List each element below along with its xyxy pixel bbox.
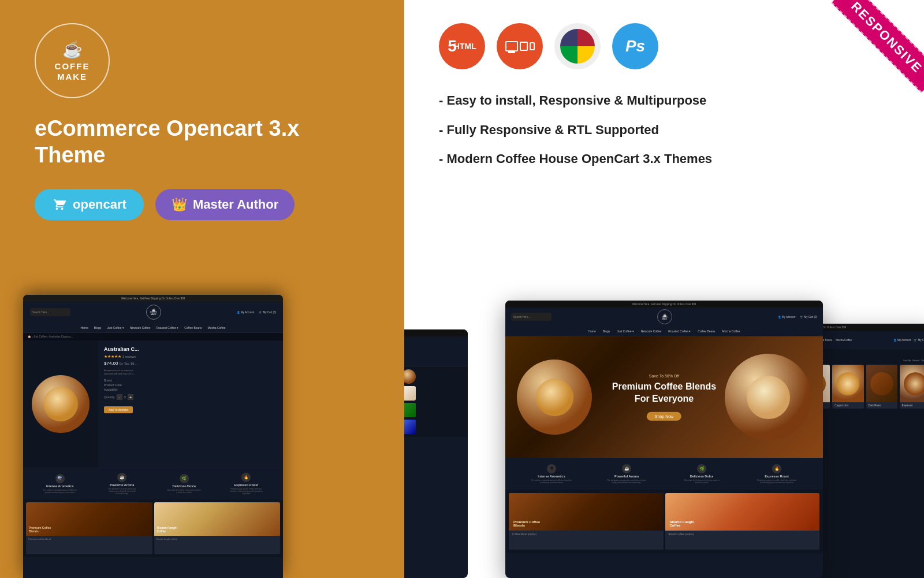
logo-text-line1: COFFE [55, 61, 90, 72]
monitor-icon [505, 41, 518, 51]
theme-title: eCommerce Opencart 3.x Theme [35, 116, 370, 168]
lp-header-bar [404, 336, 468, 355]
right-screenshots-area: Welcome Here, Get Free Shipping On Order… [404, 249, 924, 578]
cart-icon [52, 198, 67, 211]
product-image-area [23, 340, 98, 468]
aroma-icon: ☕ [117, 473, 126, 482]
product-card-2: Risotto Funghi Coffee Risotto funghi cof… [154, 502, 281, 554]
opencart-badge[interactable]: opencart [35, 189, 144, 220]
opencart-label: opencart [73, 197, 126, 212]
feature-intense: ⚗️ Intense Arometics For solvent manufac… [43, 474, 77, 494]
hero-save-label: Save To 50% Off [612, 374, 716, 378]
cf3: 🌿 Delizioso Dolce Decorate the living ro… [681, 464, 722, 484]
quantity-row: Quantity - 1 + [104, 394, 277, 400]
product-card-1-image: Premium Coffee Blends [26, 502, 152, 536]
card2-meta: Risotto funghi coffee [157, 538, 278, 540]
add-to-cart-button[interactable]: Add To Wishlist [104, 406, 133, 413]
center-features-bar: ⚗ Intense Arometics For solvent manufact… [505, 458, 823, 490]
tablet-icon [520, 42, 528, 51]
bottom-products-row: Premium Coffee Blends Premium coffee ble… [23, 499, 283, 557]
cf2-label: Powerful Aroma [614, 475, 639, 478]
hero-text: Save To 50% Off Premium Coffee BlendsFor… [612, 374, 716, 421]
hero-shop-btn[interactable]: Shop Now [647, 412, 681, 420]
center-bottom-cards: Premium Coffee Blends Coffee blend produ… [505, 490, 823, 553]
product-mockup-browser: Welcome Here, Get Free Shipping On Order… [23, 295, 283, 578]
product-price: $74.00 Ex Tax: $6... [104, 361, 277, 366]
responsive-ribbon: RESPONSIVE [808, 0, 924, 116]
cat-prod-3: Dark Roast [866, 365, 897, 409]
product-detail-area: Australian C... ★★★★★ 1 reviews $74.00 E… [23, 340, 283, 468]
aroma-desc: The pleasant aroma calms and relaxes you… [105, 488, 139, 495]
cf4: 🔥 Espresso Roast Roasting any green coff… [757, 464, 797, 484]
center-nav-icons: 👤 My Account🛒 My Cart (0) [778, 316, 817, 318]
feature-aroma: ☕ Powerful Aroma The pleasant aroma calm… [105, 473, 139, 495]
master-author-badge[interactable]: 👑 Master Author [155, 189, 295, 220]
center-card1-desc: Coffee blend product [512, 533, 660, 536]
product-rating: ★★★★★ 1 reviews [104, 354, 277, 359]
cat-prod-4-name: Espresso [902, 404, 924, 407]
badges-row: opencart 👑 Master Author [35, 189, 295, 220]
product-description: A cappuccino is an espressosteamed milk … [104, 369, 277, 375]
center-card2-desc: Risotto coffee product [669, 533, 817, 536]
left-screenshots-area: Welcome Here, Get Free Shipping On Order… [0, 243, 404, 578]
cf1-label: Intense Arometics [538, 475, 565, 478]
dolce-icon: 🌿 [180, 474, 189, 483]
cf4-desc: Roasting any green coffee with the inten… [757, 479, 797, 484]
center-search: Search Here... [511, 313, 552, 321]
espresso-label: Espresso Roast [234, 483, 258, 487]
left-partial-mockup [404, 329, 468, 578]
center-card2-sub: Coffee [670, 524, 694, 527]
crown-icon: 👑 [172, 197, 187, 212]
ps-label: Ps [625, 37, 645, 55]
flag-spain [578, 29, 595, 46]
center-hero-area: Save To 50% Off Premium Coffee BlendsFor… [505, 336, 823, 458]
flag-usa [560, 29, 578, 46]
cf3-icon: 🌿 [697, 464, 706, 473]
product-code-field: Product Code: [104, 383, 277, 387]
hero-main-title: Premium Coffee BlendsFor Everyone [612, 381, 716, 405]
center-card1-sub: Blends [513, 524, 540, 527]
dolce-label: Delizioso Dolce [172, 484, 196, 488]
cat-prod-2-img [832, 365, 863, 402]
lp-item-3 [404, 403, 416, 417]
qty-plus-btn[interactable]: + [128, 394, 133, 400]
intense-label: Intense Arometics [46, 484, 73, 488]
product-info-section: Australian C... ★★★★★ 1 reviews $74.00 E… [98, 340, 283, 468]
lp-item-4 [404, 420, 416, 434]
card1-meta: Premium coffee blend [28, 538, 150, 540]
mockup-topbar: Welcome Here, Get Free Shipping On Order… [23, 295, 283, 302]
cf1-desc: For solvent manufacturing of different g… [531, 479, 572, 484]
qty-value: 1 [124, 395, 126, 399]
feature-espresso: 🔥 Espresso Roast Roasting any green coff… [229, 473, 263, 495]
logo-mockup-small: ☕ COFFE MAKE [146, 305, 161, 320]
master-author-label: Master Author [193, 197, 278, 212]
card1-subtitle: Blends [29, 529, 51, 533]
availability-field: Availability: [104, 388, 277, 391]
card1-text-overlay: Premium Coffee Blends [29, 526, 51, 533]
mockup-breadcrumb: 🏠 › Just Coffee › Australian Cappucc... [23, 333, 283, 340]
responsive-tech-icon [497, 23, 543, 69]
center-logo: ☕ COFFE MAKE [657, 309, 672, 324]
center-card-2-img: Risotto Funghi Coffee [665, 493, 820, 531]
intense-desc: For solvent manufacturing of different g… [43, 489, 77, 494]
cat-actions: 👤 My Account🛒 My Cart (0) [893, 339, 924, 342]
qty-minus-btn[interactable]: - [117, 394, 122, 400]
feature-item-2: Fully Responsive & RTL Supported [439, 122, 889, 139]
lp-item-1 [404, 369, 416, 384]
center-card-2: Risotto Funghi Coffee Risotto coffee pro… [665, 493, 820, 550]
center-card-1-img: Premium Coffee Blends [509, 493, 664, 531]
cf2-desc: The pleasant aroma calms and relaxes you… [606, 479, 647, 484]
cat-prod-4-img [900, 365, 924, 402]
product-name: Australian C... [104, 346, 277, 352]
photoshop-tech-icon: Ps [612, 23, 658, 69]
flags-grid [560, 29, 595, 64]
card1-body: Premium coffee blend [26, 536, 152, 542]
right-panel: RESPONSIVE 5 HTML Ps Easy to install, Re… [404, 0, 924, 578]
product-card-2-image: Risotto Funghi Coffee [154, 502, 281, 536]
cf1: ⚗ Intense Arometics For solvent manufact… [531, 464, 572, 484]
card2-body: Risotto funghi coffee [154, 536, 281, 542]
sort-controls: Sort By: Default Show: 16 [903, 359, 924, 362]
left-panel: ☕ COFFE MAKE eCommerce Opencart 3.x Them… [0, 0, 404, 578]
hero-left-cup [517, 360, 592, 435]
coffee-cup-icon: ☕ [62, 40, 83, 59]
